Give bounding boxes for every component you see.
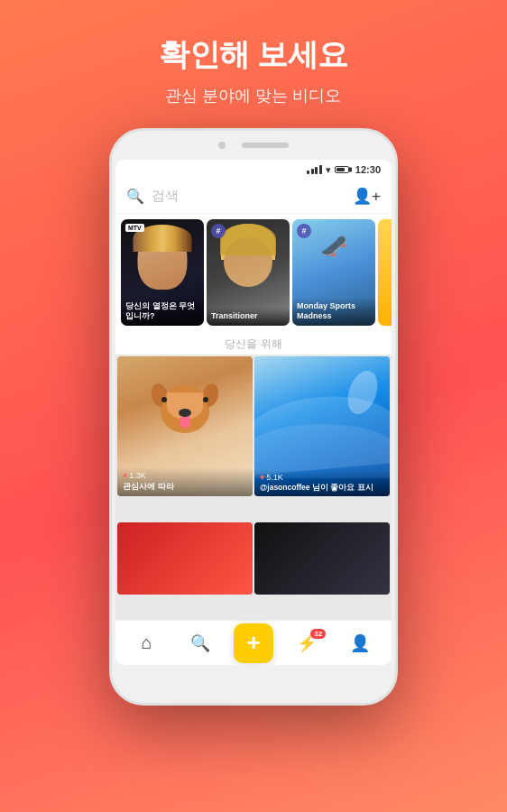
activity-badge: 32 <box>310 629 326 639</box>
card-2-label: Transitioner <box>207 308 290 326</box>
activity-icon: ⚡ 32 <box>297 633 317 653</box>
top-text-area: 확인해 보세요 관심 분야에 맞는 비디오 <box>0 0 507 121</box>
featured-row: MTV 당신의 열정은 무엇입니까? # Transitioner 🛹 # <box>115 214 392 331</box>
featured-card-4[interactable] <box>378 219 392 326</box>
home-icon: ⌂ <box>142 632 152 653</box>
speaker-bar <box>242 143 289 148</box>
video-card-dog[interactable]: ♥ 1.3K 관심사에 따라 <box>117 356 253 496</box>
main-title: 확인해 보세요 <box>18 34 489 76</box>
add-user-icon[interactable]: 👤+ <box>353 187 381 206</box>
card-2-hash-badge: # <box>211 224 226 238</box>
phone-bottom <box>112 665 395 697</box>
video-1-desc: 관심사에 따라 <box>123 481 247 493</box>
video-2-info: ♥ 5.1K @jasoncoffee 님이 좋아요 표시 <box>254 469 390 496</box>
speaker-dot <box>218 142 226 149</box>
nav-add[interactable]: + <box>226 623 280 663</box>
status-bar: ▾ 12:30 <box>115 160 392 180</box>
featured-card-2[interactable]: # Transitioner <box>207 219 290 326</box>
video-2-desc: @jasoncoffee 님이 좋아요 표시 <box>260 483 384 493</box>
search-placeholder-text: 검색 <box>152 188 179 205</box>
nav-search[interactable]: 🔍 <box>173 633 226 653</box>
card-3-label: Monday Sports Madness <box>292 298 375 326</box>
card-1-label: 당신의 열정은 무엇입니까? <box>121 298 204 326</box>
add-button[interactable]: + <box>234 623 273 663</box>
featured-card-1[interactable]: MTV 당신의 열정은 무엇입니까? <box>121 219 204 326</box>
phone-top-bumps <box>112 131 395 160</box>
nav-activity[interactable]: ⚡ 32 <box>281 633 334 653</box>
video-grid: ♥ 1.3K 관심사에 따라 ♥ 5.1K <box>115 355 392 620</box>
mtv-badge: MTV <box>125 224 144 232</box>
video-card-surf[interactable]: ♥ 5.1K @jasoncoffee 님이 좋아요 표시 <box>254 356 390 496</box>
nav-profile[interactable]: 👤 <box>334 633 387 653</box>
nav-home[interactable]: ⌂ <box>120 632 173 653</box>
profile-icon: 👤 <box>350 633 370 653</box>
main-subtitle: 관심 분야에 맞는 비디오 <box>18 85 489 106</box>
signal-bars <box>307 165 322 174</box>
video-1-likes: ♥ 1.3K <box>123 471 247 480</box>
phone-screen: ▾ 12:30 🔍 검색 👤+ <box>115 160 392 665</box>
search-left: 🔍 검색 <box>126 188 179 205</box>
video-card-red[interactable] <box>117 522 253 595</box>
bottom-nav: ⌂ 🔍 + ⚡ 32 👤 <box>115 620 392 665</box>
section-label: 당신을 위해 <box>115 331 392 355</box>
battery-icon <box>335 166 349 173</box>
status-time: 12:30 <box>355 164 381 175</box>
search-icon: 🔍 <box>126 188 144 205</box>
card-3-hash-badge: # <box>297 224 311 238</box>
wifi-icon: ▾ <box>326 164 331 176</box>
phone-shell: ▾ 12:30 🔍 검색 👤+ <box>109 128 398 706</box>
search-bar[interactable]: 🔍 검색 👤+ <box>115 180 392 214</box>
video-1-info: ♥ 1.3K 관심사에 따라 <box>117 467 253 496</box>
video-2-likes: ♥ 5.1K <box>260 473 384 482</box>
video-card-dark[interactable] <box>254 522 390 595</box>
search-nav-icon: 🔍 <box>190 633 210 653</box>
featured-card-3[interactable]: 🛹 # Monday Sports Madness <box>292 219 375 326</box>
phone-device: ▾ 12:30 🔍 검색 👤+ <box>109 128 398 706</box>
